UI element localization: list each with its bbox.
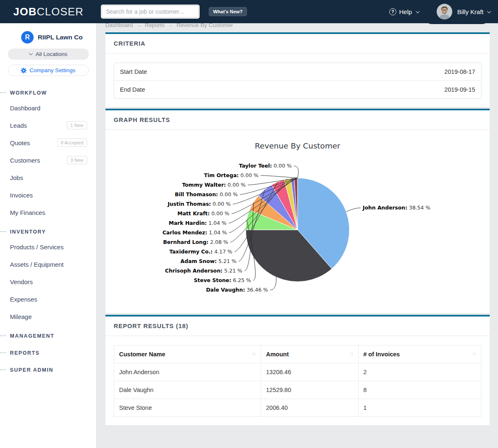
sidebar: R RIIPL Lawn Co All Locations Company Se… [0,23,97,448]
sidebar-section-super-admin[interactable]: SUPER ADMIN [0,364,96,376]
table-row: John Anderson13208.462 [114,363,481,381]
sidebar-item-customers[interactable]: Customers3 New [0,151,96,169]
pie-connector-line [261,175,298,178]
table-cell: Dale Vaughn [114,381,261,399]
sort-icon: ↑↓ [349,351,353,356]
table-header-row: Customer Name↑↓Amount↑↓# of Invoices↑↓ [114,346,481,363]
sidebar-item-label: My Finances [10,209,45,216]
badge: 8 Accepted [57,139,87,147]
location-selector-label: All Locations [36,51,68,57]
sidebar-item-invoices[interactable]: Invoices [0,186,96,204]
company-logo: R [21,31,34,44]
sidebar-item-label: Customers [10,157,40,164]
column-header-customer-name[interactable]: Customer Name↑↓ [114,346,261,363]
graph-section-title: GRAPH RESULTS [105,110,490,130]
sidebar-item-label: Vendors [10,278,33,285]
sidebar-item-label: Invoices [10,192,33,199]
criteria-box: Start Date2019-08-17End Date2019-09-15 [114,63,481,99]
badge: 3 New [67,156,87,164]
pie-label-matt-kraft: Matt Kraft: 0.00 % [177,210,229,217]
sidebar-item-my-finances[interactable]: My Finances [0,204,96,221]
report-section-title: REPORT RESULTS (18) [105,317,490,336]
criteria-section-title: CRITERIA [105,34,490,54]
logo-light-part: CLOSER [37,5,83,18]
sidebar-section-reports[interactable]: REPORTS [0,347,96,359]
pie-chart: Revenue By CustomerTaylor Teel: 0.00 %Ti… [105,130,489,312]
column-header-label: # of Invoices [364,351,400,358]
sidebar-item-quotes[interactable]: Quotes8 Accepted [0,134,96,151]
pie-label-bill-thomason: Bill Thomason: 0.00 % [175,191,238,197]
criteria-card: CRITERIA Start Date2019-08-17End Date201… [105,32,490,107]
sidebar-section-inventory[interactable]: INVENTORY [0,226,96,238]
chevron-down-icon [29,51,33,55]
main-content: Revenue By Customer Dashboard→Reports→Re… [97,0,498,425]
user-chevron-down-icon[interactable] [487,9,491,13]
pie-label-tommy-walter: Tommy Walter: 0.00 % [182,182,246,188]
sort-icon: ↑↓ [472,351,476,356]
gear-icon [21,68,27,73]
pie-label-chrisoph-anderson: Chrisoph Anderson: 5.21 % [165,268,243,274]
chart-title: Revenue By Customer [255,141,340,150]
graph-results-card: GRAPH RESULTS Revenue By CustomerTaylor … [105,109,490,313]
pie-label-john-anderson: John Anderson: 38.54 % [362,205,430,211]
sidebar-item-label: Leads [10,122,27,129]
avatar[interactable] [437,4,452,19]
sidebar-nav: WORKFLOWDashboardLeads1 NewQuotes8 Accep… [0,87,96,376]
sidebar-item-label: Mileage [10,313,32,320]
pie-label-tim-ortega: Tim Ortega: 0.00 % [204,172,259,178]
pie-label-steve-stone: Steve Stone: 6.25 % [194,277,251,283]
sidebar-item-expenses[interactable]: Expenses [0,290,96,308]
table-cell: 2 [358,363,481,381]
sidebar-item-mileage[interactable]: Mileage [0,308,96,325]
chart-area: Revenue By CustomerTaylor Teel: 0.00 %Ti… [105,130,490,313]
criteria-label: End Date [120,86,145,93]
sidebar-item-jobs[interactable]: Jobs [0,169,96,186]
user-name[interactable]: Billy Kraft [457,8,483,15]
location-selector[interactable]: All Locations [8,49,89,60]
criteria-label: Start Date [120,68,147,75]
pie-label-taxidermy-co: Taxidermy Co.: 4.17 % [169,248,232,255]
table-row: Steve Stone2006.401 [114,399,481,417]
sort-icon: ↑↓ [252,351,256,356]
sidebar-section-management[interactable]: MANAGEMENT [0,330,96,342]
whats-new-button[interactable]: What's New? [209,7,247,16]
criteria-row-start-date: Start Date2019-08-17 [114,63,481,80]
sidebar-section-workflow[interactable]: WORKFLOW [0,87,96,99]
sidebar-item-assets-equipment[interactable]: Assets / Equipment [0,256,96,273]
table-cell: 1 [358,399,481,417]
badge: 1 New [67,121,87,129]
sidebar-item-products-services[interactable]: Products / Services [0,238,96,256]
app-logo[interactable]: JOBCLOSER [13,5,83,18]
pie-label-adam-snow: Adam Snow: 5.21 % [181,258,237,264]
sidebar-item-label: Dashboard [10,105,40,112]
table-cell: 2006.40 [261,399,359,417]
pie-connector-line [294,166,298,178]
table-cell: 8 [358,381,481,399]
company-settings-button[interactable]: Company Settings [8,65,89,76]
pie-connector-line [346,208,361,212]
report-table: Customer Name↑↓Amount↑↓# of Invoices↑↓ J… [114,345,481,417]
search-input[interactable] [101,5,200,19]
table-cell: John Anderson [114,363,261,381]
sidebar-item-dashboard[interactable]: Dashboard [0,99,96,117]
pie-label-justin-thomas: Justin Thomas: 0.00 % [167,201,231,207]
chevron-down-icon [415,9,420,13]
pie-label-dale-vaughn: Dale Vaughn: 36.46 % [206,287,268,293]
criteria-value: 2019-09-15 [444,86,475,93]
sidebar-item-vendors[interactable]: Vendors [0,273,96,290]
sidebar-item-label: Expenses [10,296,37,303]
pie-label-bernhard-long: Bernhard Long: 2.08 % [163,239,228,245]
company-name: RIIPL Lawn Co [38,34,83,41]
table-body: John Anderson13208.462Dale Vaughn12529.8… [114,363,481,417]
criteria-row-end-date: End Date2019-09-15 [114,80,481,98]
help-menu[interactable]: ? Help [389,8,419,15]
pie-label-carlos-mendez: Carlos Mendez: 1.04 % [162,229,227,236]
table-row: Dale Vaughn12529.808 [114,381,481,399]
column-header-of-invoices[interactable]: # of Invoices↑↓ [358,346,481,363]
company-settings-label: Company Settings [29,67,75,73]
sidebar-item-leads[interactable]: Leads1 New [0,117,96,134]
column-header-amount[interactable]: Amount↑↓ [261,346,359,363]
pie-label-taylor-teel: Taylor Teel: 0.00 % [239,163,292,169]
sidebar-item-label: Quotes [10,139,30,146]
pie-connector-line [270,277,276,290]
